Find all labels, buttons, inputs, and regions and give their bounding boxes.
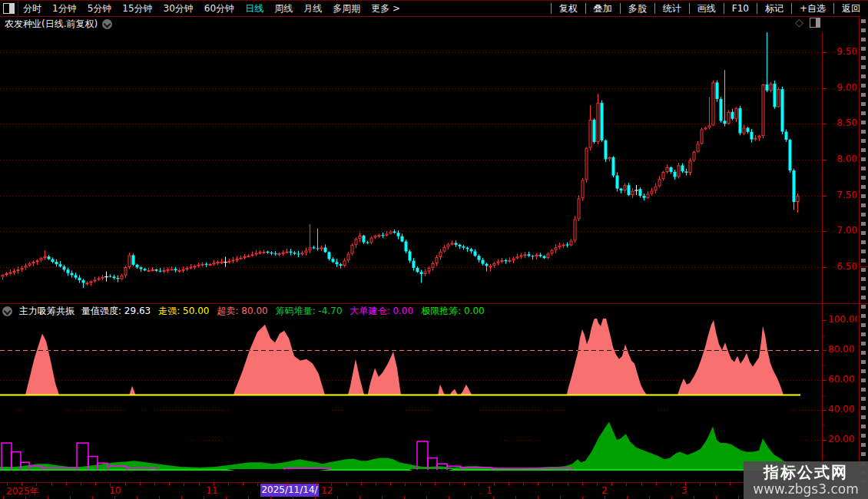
toolbar-action-标记[interactable]: 标记: [757, 3, 791, 14]
date-edge-tick: [48, 496, 48, 499]
date-tick: [36, 483, 37, 486]
price-tick-label: 7.00: [825, 225, 857, 236]
date-edge-tick: [538, 496, 538, 499]
watermark-url: www.zbgs3.com: [753, 481, 858, 497]
date-edge-tick: [716, 496, 717, 499]
date-tick: [214, 483, 214, 486]
period-tab-日线[interactable]: 日线: [245, 2, 263, 15]
indicator-values: 量值强度: 29.63走强: 50.00超卖: 80.00筹码堆量: -4.70…: [81, 305, 485, 318]
date-tick: [523, 483, 524, 486]
date-edge-tick: [25, 496, 26, 499]
date-edge-tick: [70, 496, 71, 499]
date-edge-tick: [3, 496, 4, 499]
date-tick: [376, 483, 376, 486]
date-tick: [700, 483, 701, 486]
date-tick: [582, 483, 583, 486]
price-tick-label: 8.00: [825, 154, 857, 164]
period-tab-5分钟[interactable]: 5分钟: [88, 2, 112, 15]
date-tick: [302, 483, 303, 486]
vertical-text-marks: [861, 19, 866, 495]
period-tab-更多 >[interactable]: 更多 >: [371, 2, 400, 15]
date-tick: [228, 483, 229, 486]
date-edge-tick: [337, 496, 338, 499]
date-tick: [390, 483, 391, 486]
date-tick: [509, 483, 509, 486]
diamond-marker-icon[interactable]: ◇: [795, 17, 803, 28]
period-tab-周线[interactable]: 周线: [274, 2, 293, 15]
toolbar-action-返回[interactable]: 返回: [833, 3, 868, 14]
indicator-field: 量值强度: 29.63: [81, 305, 151, 318]
date-tick: [611, 483, 612, 486]
date-tick: [671, 483, 671, 486]
date-label: 2025年: [6, 485, 39, 498]
period-tab-分时[interactable]: 分时: [23, 2, 41, 15]
axis-divider-line: [0, 482, 868, 483]
date-tick: [420, 483, 421, 486]
price-tick-label: 6.50: [825, 261, 857, 272]
layout-pane-icon[interactable]: [3, 3, 15, 14]
date-edge-tick: [582, 496, 583, 499]
date-tick: [316, 483, 317, 486]
right-sidebar-strip: [859, 16, 868, 499]
panel-divider-line: [0, 303, 868, 304]
date-edge-tick: [92, 496, 93, 499]
oscillator-chart-canvas[interactable]: [0, 319, 822, 482]
date-tick: [715, 483, 716, 486]
oscillator-tick-label: 80.00: [828, 344, 857, 355]
date-tick: [95, 483, 96, 486]
toolbar-action-统计[interactable]: 统计: [654, 3, 689, 14]
y-axis-line: [822, 32, 823, 482]
date-edge-tick: [114, 496, 115, 499]
date-edge-tick: [515, 496, 516, 499]
date-axis[interactable]: 2025年1011121232025/11/14/五: [0, 483, 868, 499]
indicator-field: 超卖: 80.00: [217, 305, 267, 318]
date-tick: [538, 483, 538, 486]
toolbar-action-F10[interactable]: F10: [724, 3, 757, 14]
date-edge-tick: [493, 496, 494, 499]
date-edge-tick: [248, 496, 249, 499]
period-tab-15分钟[interactable]: 15分钟: [122, 2, 152, 15]
date-label: 1: [486, 485, 492, 496]
watermark: 指标公式网 www.zbgs3.com: [744, 461, 868, 499]
date-tick: [7, 483, 8, 486]
date-label: 3: [681, 485, 687, 496]
period-tab-30分钟[interactable]: 30分钟: [164, 2, 194, 15]
date-label: 12: [321, 485, 333, 496]
date-tick: [405, 483, 406, 486]
strip-divider: [859, 266, 868, 267]
toolbar-action-多股[interactable]: 多股: [620, 3, 654, 14]
indicator-field: 极限抢筹: 0.00: [421, 305, 485, 318]
date-edge-tick: [137, 496, 137, 499]
split-pane-icon[interactable]: [810, 18, 820, 28]
period-tab-月线[interactable]: 月线: [303, 2, 322, 15]
period-tabs: 分时1分钟5分钟15分钟30分钟60分钟日线周线月线多周期更多 >: [23, 2, 400, 15]
period-tab-多周期[interactable]: 多周期: [333, 2, 360, 15]
period-tab-60分钟[interactable]: 60分钟: [204, 2, 234, 15]
date-tick: [243, 483, 244, 486]
date-edge-tick: [649, 496, 650, 499]
toolbar-action-画线[interactable]: 画线: [689, 3, 724, 14]
toolbar-action-叠加[interactable]: 叠加: [585, 3, 620, 14]
watermark-title: 指标公式网: [764, 464, 848, 481]
toolbar-action-复权[interactable]: 复权: [551, 3, 585, 14]
date-tick: [568, 483, 568, 486]
candlestick-chart-canvas[interactable]: [0, 32, 822, 303]
indicator-chevron-down-icon[interactable]: [2, 306, 12, 316]
date-tick: [479, 483, 479, 486]
date-edge-tick: [560, 496, 561, 499]
date-edge-tick: [293, 496, 293, 499]
date-edge-tick: [226, 496, 227, 499]
selected-date-highlight: 2025/11/14/五: [260, 484, 319, 497]
indicator-name: 主力吸筹共振: [19, 305, 75, 318]
title-chevron-down-icon[interactable]: [102, 19, 112, 29]
toolbar-action-+自选[interactable]: +自选: [791, 3, 833, 14]
date-tick: [257, 483, 258, 486]
period-tab-1分钟[interactable]: 1分钟: [52, 2, 77, 15]
date-tick: [730, 483, 731, 486]
indicator-field: 大单建仓: 0.00: [350, 305, 414, 318]
date-edge-tick: [671, 496, 672, 499]
price-tick-label: 7.50: [825, 190, 857, 200]
date-tick: [287, 483, 288, 486]
date-edge-tick: [694, 496, 694, 499]
date-tick: [346, 483, 347, 486]
